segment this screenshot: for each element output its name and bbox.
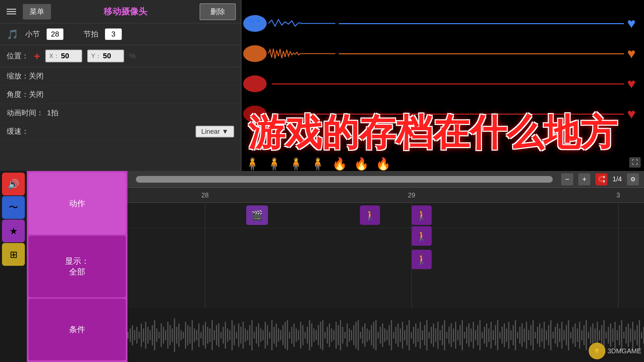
camera-block[interactable]: 🎬 bbox=[246, 205, 268, 225]
svg-rect-74 bbox=[278, 328, 279, 342]
svg-rect-104 bbox=[344, 332, 345, 339]
svg-rect-194 bbox=[544, 322, 545, 349]
wave-button[interactable]: 〜 bbox=[2, 196, 25, 219]
svg-rect-93 bbox=[320, 322, 321, 349]
svg-rect-161 bbox=[471, 328, 472, 342]
char-pixel-4: 🧍 bbox=[310, 157, 325, 171]
grid-button[interactable]: ⊞ bbox=[2, 243, 25, 266]
char-line-orange: ♥ bbox=[241, 44, 644, 64]
ease-dropdown[interactable]: Linear ▼ bbox=[196, 126, 234, 137]
action-button[interactable]: 动作 bbox=[29, 173, 126, 234]
svg-rect-199 bbox=[555, 327, 556, 344]
char-block-blue[interactable]: 🚶 bbox=[412, 226, 432, 246]
svg-rect-227 bbox=[617, 330, 618, 340]
svg-rect-159 bbox=[466, 327, 467, 344]
svg-rect-118 bbox=[375, 320, 376, 350]
svg-rect-235 bbox=[634, 330, 635, 340]
svg-rect-41 bbox=[205, 322, 206, 349]
svg-rect-140 bbox=[424, 325, 425, 345]
svg-rect-85 bbox=[302, 325, 303, 345]
svg-rect-130 bbox=[402, 322, 403, 349]
svg-rect-147 bbox=[440, 330, 441, 340]
anim-value[interactable]: 1拍 bbox=[47, 108, 58, 118]
menu-icon[interactable] bbox=[5, 7, 18, 16]
ease-value: Linear bbox=[201, 128, 220, 135]
char-pixel-5: 🔥 bbox=[332, 157, 347, 171]
percent-icon: % bbox=[129, 52, 136, 60]
scale-row: 缩放：关闭 bbox=[0, 67, 241, 85]
char-icon-blue: 🚶 bbox=[416, 231, 428, 242]
svg-point-3 bbox=[243, 45, 267, 62]
x-value[interactable]: 50 bbox=[61, 52, 69, 60]
char-block-2[interactable]: 🚶 bbox=[412, 205, 432, 225]
svg-rect-170 bbox=[490, 322, 491, 349]
svg-rect-127 bbox=[395, 327, 396, 344]
char-icon-1: 🚶 bbox=[364, 210, 376, 221]
svg-rect-160 bbox=[468, 323, 469, 347]
svg-point-2 bbox=[256, 19, 261, 23]
menu-button[interactable]: 菜单 bbox=[23, 4, 51, 19]
zoom-out-button[interactable]: − bbox=[561, 173, 573, 185]
timeline-scrollbar[interactable] bbox=[136, 176, 553, 183]
char-pixel-2: 🧍 bbox=[267, 157, 282, 171]
beat-value[interactable]: 3 bbox=[105, 28, 122, 40]
bottom-section: 🔊 〜 ★ ⊞ 动作 显示：全部 条件 bbox=[0, 171, 644, 362]
svg-rect-75 bbox=[280, 330, 281, 340]
x-coord-box[interactable]: X： 50 bbox=[45, 50, 82, 62]
svg-rect-167 bbox=[484, 327, 485, 344]
svg-rect-123 bbox=[386, 330, 387, 340]
svg-rect-177 bbox=[506, 328, 507, 342]
svg-rect-50 bbox=[225, 322, 226, 349]
measure-num-28: 28 bbox=[201, 191, 209, 199]
fullscreen-button[interactable]: ⛶ bbox=[629, 157, 641, 168]
grid-settings-button[interactable]: ⚙ bbox=[627, 173, 639, 185]
svg-rect-116 bbox=[371, 325, 372, 345]
svg-rect-197 bbox=[550, 320, 551, 350]
svg-rect-42 bbox=[207, 327, 208, 344]
y-value[interactable]: 50 bbox=[103, 52, 111, 60]
zoom-in-button[interactable]: + bbox=[578, 173, 590, 185]
y-coord-box[interactable]: Y： 50 bbox=[87, 50, 124, 62]
svg-rect-213 bbox=[586, 320, 587, 350]
char-block-orange[interactable]: 🚶 bbox=[412, 250, 432, 269]
svg-point-0 bbox=[243, 15, 267, 32]
measure-value[interactable]: 28 bbox=[47, 28, 63, 40]
svg-rect-168 bbox=[486, 323, 487, 347]
svg-rect-192 bbox=[539, 323, 540, 347]
sound-button[interactable]: 🔊 bbox=[2, 173, 25, 195]
svg-rect-96 bbox=[327, 327, 328, 344]
heart-orange: ♥ bbox=[627, 46, 636, 62]
heart-blue: ♥ bbox=[627, 15, 636, 32]
svg-rect-27 bbox=[174, 318, 175, 352]
delete-button[interactable]: 删除 bbox=[200, 3, 236, 20]
svg-rect-14 bbox=[145, 322, 146, 349]
svg-rect-143 bbox=[431, 327, 432, 344]
waveform-orange bbox=[268, 47, 335, 60]
crosshair-icon[interactable]: + bbox=[34, 50, 40, 62]
display-button[interactable]: 显示：全部 bbox=[29, 236, 126, 297]
svg-rect-145 bbox=[435, 328, 436, 342]
condition-button[interactable]: 条件 bbox=[29, 299, 126, 360]
measure-num-29: 29 bbox=[408, 191, 415, 199]
svg-rect-179 bbox=[511, 330, 512, 340]
svg-rect-215 bbox=[590, 327, 591, 344]
svg-rect-20 bbox=[158, 332, 159, 339]
svg-rect-236 bbox=[637, 325, 638, 345]
star-button[interactable]: ★ bbox=[2, 220, 25, 242]
char-block-1[interactable]: 🚶 bbox=[360, 205, 380, 225]
timeline-tracks[interactable]: 🎬 🚶 🚶 🚶 🚶 bbox=[127, 203, 644, 362]
svg-rect-69 bbox=[267, 325, 268, 345]
overlay-text: 游戏的存档在什么地方 bbox=[248, 114, 644, 151]
svg-rect-198 bbox=[552, 332, 553, 339]
svg-rect-58 bbox=[243, 322, 244, 349]
magnet-button[interactable]: 🧲 bbox=[595, 173, 607, 185]
svg-rect-186 bbox=[526, 322, 527, 349]
svg-rect-48 bbox=[220, 332, 221, 339]
char-line-blue: ♥ bbox=[241, 13, 644, 34]
svg-rect-13 bbox=[143, 328, 144, 342]
svg-rect-129 bbox=[400, 328, 401, 342]
display-label: 显示：全部 bbox=[65, 256, 89, 276]
beat-label: 节拍 bbox=[84, 29, 98, 39]
x-label: X： bbox=[49, 52, 59, 60]
svg-rect-10 bbox=[136, 327, 137, 344]
